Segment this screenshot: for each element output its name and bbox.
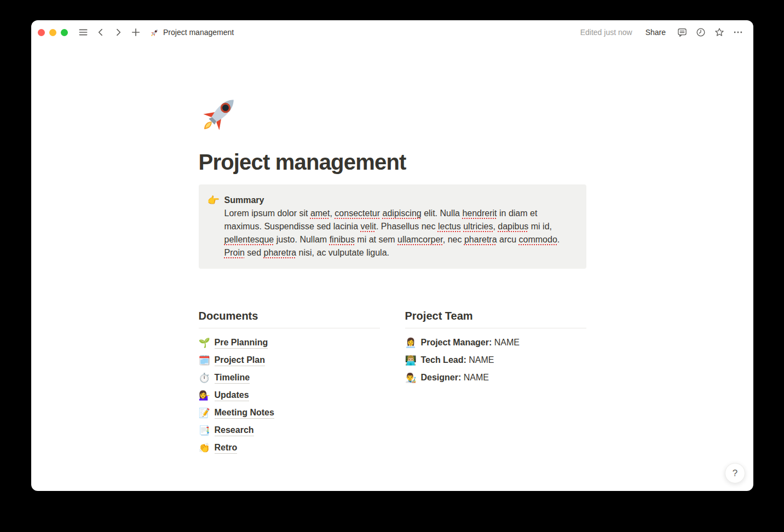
pointing-right-icon: 👉 bbox=[207, 194, 220, 207]
misspelled-word: ullamcorper bbox=[397, 235, 443, 244]
clock-icon bbox=[695, 27, 706, 38]
document-link-row: 🗓️Project Plan bbox=[199, 351, 380, 369]
document-link[interactable]: Project Plan bbox=[215, 354, 265, 366]
page-title[interactable]: Project management bbox=[199, 149, 586, 175]
misspelled-word: hendrerit bbox=[462, 209, 497, 218]
notion-window: Project management Edited just now Share bbox=[31, 20, 753, 491]
minimize-button[interactable] bbox=[49, 29, 56, 36]
document-link[interactable]: Timeline bbox=[215, 372, 250, 384]
callout-text: Lorem ipsum dolor sit amet, consectetur … bbox=[224, 207, 568, 259]
document-link-row: 👏Retro bbox=[199, 439, 380, 456]
team-member-row: 👨🏼‍💻Tech Lead: NAME bbox=[405, 351, 586, 369]
sidebar-menu-button[interactable] bbox=[76, 25, 91, 40]
ellipsis-icon bbox=[733, 27, 743, 38]
rocket-icon bbox=[150, 28, 159, 37]
man-artist-icon: 👨‍🎨 bbox=[405, 373, 416, 383]
breadcrumb-title: Project management bbox=[163, 28, 234, 37]
document-link[interactable]: Retro bbox=[215, 442, 238, 454]
new-page-button[interactable] bbox=[128, 25, 143, 40]
titlebar-actions: Edited just now Share bbox=[580, 25, 746, 40]
page-content: Project management 👉 Summary Lorem ipsum… bbox=[31, 44, 753, 491]
documents-section: Documents 🌱Pre Planning🗓️Project Plan⏱️T… bbox=[199, 309, 380, 456]
team-role: Designer: bbox=[421, 373, 462, 382]
team-role: Project Manager: bbox=[421, 338, 492, 347]
team-member-row: 👩‍💼Project Manager: NAME bbox=[405, 334, 586, 351]
team-section: Project Team 👩‍💼Project Manager: NAME👨🏼‍… bbox=[405, 309, 586, 456]
memo-icon: 📝 bbox=[199, 408, 210, 418]
misspelled-word: pharetra bbox=[464, 235, 497, 244]
two-column-layout: Documents 🌱Pre Planning🗓️Project Plan⏱️T… bbox=[199, 309, 586, 456]
comments-button[interactable] bbox=[675, 25, 690, 40]
chevron-right-icon bbox=[113, 27, 124, 38]
team-member-text: Tech Lead: NAME bbox=[421, 355, 494, 365]
team-role: Tech Lead: bbox=[421, 355, 466, 365]
divider bbox=[405, 328, 586, 328]
seedling-icon: 🌱 bbox=[199, 338, 210, 348]
documents-list: 🌱Pre Planning🗓️Project Plan⏱️Timeline💁‍♀… bbox=[199, 334, 380, 456]
back-button[interactable] bbox=[93, 25, 108, 40]
documents-heading: Documents bbox=[199, 309, 380, 323]
page-icon-rocket[interactable] bbox=[199, 92, 241, 135]
misspelled-word: adipiscing bbox=[383, 209, 422, 218]
woman-tipping-hand-icon: 💁‍♀️ bbox=[199, 391, 210, 400]
close-button[interactable] bbox=[38, 29, 45, 36]
misspelled-word: pellentesque bbox=[224, 235, 274, 244]
rocket-icon bbox=[199, 92, 241, 135]
woman-office-worker-icon: 👩‍💼 bbox=[405, 338, 416, 348]
stopwatch-icon: ⏱️ bbox=[199, 373, 210, 383]
team-member-row: 👨‍🎨Designer: NAME bbox=[405, 369, 586, 386]
more-button[interactable] bbox=[730, 25, 746, 40]
fullscreen-button[interactable] bbox=[61, 29, 68, 36]
document-link[interactable]: Updates bbox=[215, 389, 249, 401]
misspelled-word: dapibus bbox=[498, 222, 528, 231]
misspelled-word: amet bbox=[310, 209, 330, 218]
forward-button[interactable] bbox=[111, 25, 126, 40]
misspelled-word: finibus bbox=[330, 235, 355, 244]
edited-status: Edited just now bbox=[580, 28, 632, 37]
plus-icon bbox=[130, 27, 141, 38]
team-heading: Project Team bbox=[405, 309, 586, 323]
document-link[interactable]: Research bbox=[215, 424, 254, 436]
titlebar: Project management Edited just now Share bbox=[31, 20, 753, 44]
clapping-hands-icon: 👏 bbox=[199, 443, 210, 453]
document-link-row: 📝Meeting Notes bbox=[199, 404, 380, 421]
document-link[interactable]: Pre Planning bbox=[215, 337, 268, 349]
man-technologist-icon: 👨🏼‍💻 bbox=[405, 356, 416, 365]
history-button[interactable] bbox=[693, 25, 708, 40]
team-list: 👩‍💼Project Manager: NAME👨🏼‍💻Tech Lead: N… bbox=[405, 334, 586, 386]
misspelled-word: Proin bbox=[224, 248, 245, 257]
comment-icon bbox=[677, 27, 688, 38]
team-member-text: Project Manager: NAME bbox=[421, 338, 520, 348]
spiral-calendar-icon: 🗓️ bbox=[199, 356, 210, 365]
document-link-row: ⏱️Timeline bbox=[199, 369, 380, 386]
document-link-row: 🌱Pre Planning bbox=[199, 334, 380, 351]
misspelled-word: lectus bbox=[438, 222, 461, 231]
misspelled-word: consectetur bbox=[335, 209, 380, 218]
document-link-row: 📑Research bbox=[199, 421, 380, 439]
summary-callout: 👉 Summary Lorem ipsum dolor sit amet, co… bbox=[199, 184, 586, 269]
misspelled-word: commodo bbox=[519, 235, 557, 244]
share-button[interactable]: Share bbox=[641, 26, 670, 39]
misspelled-word: pharetra bbox=[264, 248, 297, 257]
bookmark-tabs-icon: 📑 bbox=[199, 426, 210, 435]
misspelled-word: velit bbox=[361, 222, 376, 231]
favorite-button[interactable] bbox=[712, 25, 727, 40]
document-link-row: 💁‍♀️Updates bbox=[199, 386, 380, 404]
traffic-lights bbox=[38, 29, 68, 36]
hamburger-icon bbox=[78, 27, 89, 38]
help-button[interactable]: ? bbox=[725, 463, 745, 483]
chevron-left-icon bbox=[95, 27, 106, 38]
misspelled-word: ultricies bbox=[463, 222, 493, 231]
breadcrumb[interactable]: Project management bbox=[150, 28, 234, 37]
callout-title: Summary bbox=[224, 194, 568, 207]
star-icon bbox=[714, 27, 725, 38]
divider bbox=[199, 328, 380, 328]
document-link[interactable]: Meeting Notes bbox=[215, 407, 274, 419]
team-member-text: Designer: NAME bbox=[421, 373, 489, 383]
